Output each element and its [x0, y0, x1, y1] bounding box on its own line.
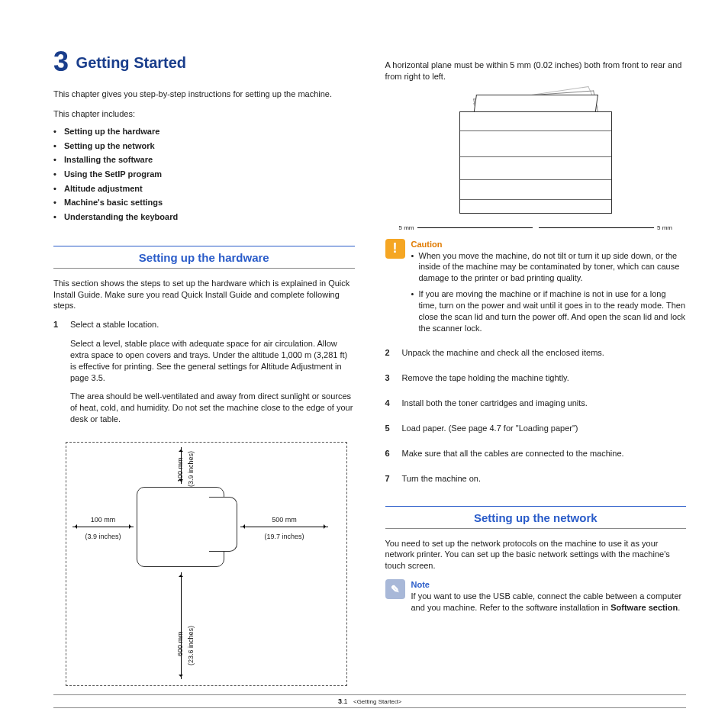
includes-label: This chapter includes: [53, 109, 355, 118]
right-column: A horizontal plane must be within 5 mm (… [385, 46, 687, 686]
dim-arrow-icon [417, 227, 533, 231]
dim-right-mm: 500 mm [240, 516, 328, 524]
clearance-diagram: 100 mm (3.9 inches) 500 mm (19.7 inches)… [66, 442, 347, 686]
chapter-intro: This chapter gives you step-by-step inst… [53, 89, 355, 100]
dim-left-mm: 100 mm [72, 516, 134, 524]
network-intro: You need to set up the network protocols… [385, 538, 687, 572]
toc-item[interactable]: Using the SetIP program [64, 167, 355, 182]
note-text: If you want to use the USB cable, connec… [411, 591, 687, 614]
step-6: 6Make sure that all the cables are conne… [385, 448, 687, 467]
toc-item[interactable]: Installing the software [64, 153, 355, 167]
step-1: 1 Select a stable location. Select a lev… [53, 319, 355, 433]
step-text: Make sure that all the cables are connec… [402, 448, 624, 459]
dim-arrow-right [240, 527, 328, 527]
level-dim-left: 5 mm [399, 224, 414, 231]
step-number: 1 [53, 319, 61, 433]
printer-front-illustration [459, 111, 612, 214]
dim-right-in: (19.7 inches) [240, 533, 328, 541]
hardware-steps-cont: 2Unpack the machine and check all the en… [385, 347, 687, 491]
caution-icon: ! [385, 239, 405, 259]
caution-title: Caution [411, 239, 687, 250]
toc-item[interactable]: Machine's basic settings [64, 195, 355, 210]
footer-crumb: <Getting Started> [353, 698, 401, 705]
chapter-title-text: Getting Started [76, 54, 186, 71]
note-callout: ✎ Note If you want to use the USB cable,… [385, 579, 687, 614]
toc-item[interactable]: Understanding the keyboard [64, 210, 355, 224]
section-heading-hardware: Setting up the hardware [53, 246, 355, 269]
dim-top-in: (3.9 inches) [187, 451, 195, 487]
step-number: 7 [385, 473, 393, 492]
step-number: 6 [385, 448, 393, 467]
step-4: 4Install both the toner cartridges and i… [385, 398, 687, 417]
dim-arrow-bottom [181, 572, 182, 679]
step-3: 3Remove the tape holding the machine tig… [385, 372, 687, 391]
dim-bottom-mm: 600 mm [176, 631, 185, 656]
caution-callout: ! Caution When you move the machine, do … [385, 239, 687, 339]
toc-item[interactable]: Setting up the hardware [64, 124, 355, 139]
step-2: 2Unpack the machine and check all the en… [385, 347, 687, 366]
step-number: 5 [385, 423, 393, 442]
step-1-title: Select a stable location. [70, 319, 355, 330]
step-text: Install both the toner cartridges and im… [402, 398, 588, 409]
toc-item[interactable]: Altitude adjustment [64, 182, 355, 196]
footer-page: 1 [343, 697, 347, 705]
step-1-p1: Select a level, stable place with adequa… [70, 338, 355, 383]
toc-item[interactable]: Setting up the network [64, 139, 355, 153]
step-number: 2 [385, 347, 393, 366]
dim-left-in: (3.9 inches) [72, 533, 134, 541]
level-dim-row: 5 mm 5 mm [385, 224, 687, 231]
dim-top-mm: 100 mm [176, 457, 185, 482]
level-dim-right: 5 mm [657, 224, 672, 231]
hardware-steps: 1 Select a stable location. Select a lev… [53, 319, 355, 433]
page-body: 3 Getting Started This chapter gives you… [0, 0, 728, 717]
level-diagram [452, 90, 620, 220]
step-text: Load paper. (See page 4.7 for "Loading p… [402, 423, 578, 434]
step-5: 5Load paper. (See page 4.7 for "Loading … [385, 423, 687, 442]
step-1-p2: The area should be well-ventilated and a… [70, 391, 355, 425]
step-7: 7Turn the machine on. [385, 473, 687, 492]
step-number: 4 [385, 398, 393, 417]
chapter-number: 3 [53, 46, 69, 77]
step-text: Unpack the machine and check all the enc… [402, 347, 604, 359]
step-text: Turn the machine on. [402, 473, 482, 485]
note-title: Note [411, 579, 687, 591]
dim-bottom-in: (23.6 inches) [187, 626, 195, 665]
page-footer: 3.1 <Getting Started> [53, 694, 686, 708]
section-heading-network: Setting up the network [385, 506, 687, 529]
left-column: 3 Getting Started This chapter gives you… [53, 46, 355, 686]
caution-bullet: When you move the machine, do not tilt o… [419, 250, 687, 285]
chapter-toc: Setting up the hardware Setting up the n… [53, 124, 355, 224]
dim-arrow-left [72, 527, 134, 527]
chapter-title: 3 Getting Started [53, 46, 355, 78]
note-text-bold: Software section [610, 603, 678, 612]
step-number: 3 [385, 372, 393, 391]
note-icon: ✎ [385, 579, 405, 599]
hardware-intro: This section shows the steps to set up t… [53, 278, 355, 312]
dim-arrow-icon [539, 227, 654, 231]
caution-bullet: If you are moving the machine or if mach… [419, 288, 687, 333]
printer-top-illustration [137, 487, 224, 567]
note-text-part: . [678, 603, 680, 612]
step-text: Remove the tape holding the machine tigh… [402, 372, 569, 384]
plane-text: A horizontal plane must be within 5 mm (… [385, 60, 687, 82]
